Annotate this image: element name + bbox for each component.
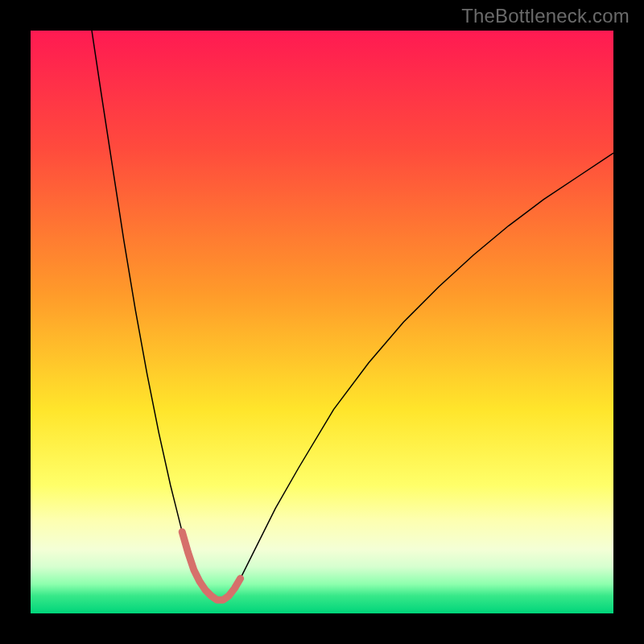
watermark-text: TheBottleneck.com (461, 5, 630, 27)
bottleneck-curve (92, 31, 613, 600)
chart-frame: TheBottleneck.com (0, 0, 644, 644)
highlight-trough (182, 532, 240, 601)
curve-layer (31, 31, 613, 613)
plot-area (31, 31, 613, 613)
